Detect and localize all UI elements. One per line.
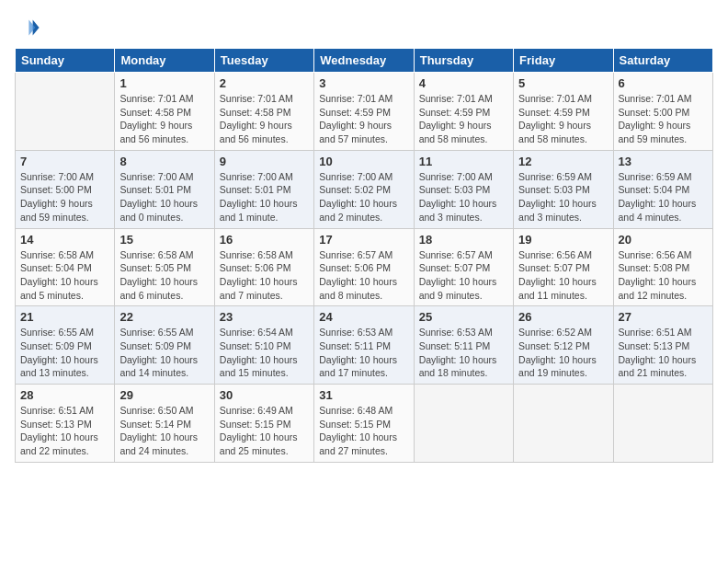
calendar-cell: 11Sunrise: 7:00 AMSunset: 5:03 PMDayligh… [414, 150, 513, 228]
day-number: 21 [20, 310, 109, 324]
calendar-cell: 28Sunrise: 6:51 AMSunset: 5:13 PMDayligh… [16, 385, 115, 463]
day-number: 22 [119, 310, 209, 324]
day-number: 15 [119, 233, 209, 247]
day-number: 7 [20, 155, 109, 168]
day-info: Sunrise: 7:01 AMSunset: 4:59 PMDaylight:… [319, 92, 408, 146]
day-info: Sunrise: 6:51 AMSunset: 5:13 PMDaylight:… [619, 326, 708, 380]
day-info: Sunrise: 6:59 AMSunset: 5:04 PMDaylight:… [619, 170, 708, 224]
day-info: Sunrise: 6:58 AMSunset: 5:06 PMDaylight:… [220, 248, 309, 303]
day-number: 16 [220, 233, 309, 247]
calendar-cell: 4Sunrise: 7:01 AMSunset: 4:59 PMDaylight… [414, 73, 513, 151]
day-number: 14 [20, 233, 109, 247]
day-number: 24 [319, 310, 408, 324]
day-number: 3 [319, 76, 408, 90]
calendar-cell: 18Sunrise: 6:57 AMSunset: 5:07 PMDayligh… [414, 228, 513, 306]
day-info: Sunrise: 6:53 AMSunset: 5:11 PMDaylight:… [319, 326, 408, 380]
day-number: 20 [619, 233, 708, 247]
calendar-cell: 9Sunrise: 7:00 AMSunset: 5:01 PMDaylight… [214, 150, 313, 228]
day-number: 25 [419, 310, 508, 324]
day-number: 10 [319, 155, 408, 168]
weekday-header-sunday: Sunday [16, 49, 115, 73]
calendar-cell: 8Sunrise: 7:00 AMSunset: 5:01 PMDaylight… [115, 150, 214, 228]
day-number: 4 [419, 76, 508, 90]
weekday-header-friday: Friday [514, 49, 613, 73]
calendar-cell: 20Sunrise: 6:56 AMSunset: 5:08 PMDayligh… [613, 228, 712, 306]
day-number: 31 [319, 388, 408, 402]
day-info: Sunrise: 6:55 AMSunset: 5:09 PMDaylight:… [119, 326, 209, 380]
calendar-cell: 24Sunrise: 6:53 AMSunset: 5:11 PMDayligh… [314, 306, 414, 385]
calendar-cell [613, 385, 712, 463]
calendar-week-5: 28Sunrise: 6:51 AMSunset: 5:13 PMDayligh… [16, 385, 713, 463]
day-number: 6 [619, 76, 708, 90]
day-number: 5 [518, 76, 608, 90]
calendar-cell [16, 73, 115, 151]
page-header [15, 15, 713, 40]
weekday-header-monday: Monday [115, 49, 214, 73]
day-info: Sunrise: 7:01 AMSunset: 4:59 PMDaylight:… [518, 92, 608, 146]
calendar-cell: 2Sunrise: 7:01 AMSunset: 4:58 PMDaylight… [214, 73, 313, 151]
day-number: 23 [220, 310, 309, 324]
calendar-week-4: 21Sunrise: 6:55 AMSunset: 5:09 PMDayligh… [16, 306, 713, 385]
calendar-week-1: 1Sunrise: 7:01 AMSunset: 4:58 PMDaylight… [16, 73, 713, 151]
day-number: 11 [419, 155, 508, 168]
calendar-week-3: 14Sunrise: 6:58 AMSunset: 5:04 PMDayligh… [16, 228, 713, 306]
day-info: Sunrise: 7:01 AMSunset: 5:00 PMDaylight:… [619, 92, 708, 146]
day-info: Sunrise: 6:51 AMSunset: 5:13 PMDaylight:… [20, 404, 109, 458]
day-number: 9 [220, 155, 309, 168]
weekday-header-tuesday: Tuesday [214, 49, 313, 73]
calendar-cell: 31Sunrise: 6:48 AMSunset: 5:15 PMDayligh… [314, 385, 414, 463]
day-info: Sunrise: 6:56 AMSunset: 5:08 PMDaylight:… [619, 248, 708, 303]
day-info: Sunrise: 6:58 AMSunset: 5:04 PMDaylight:… [20, 248, 109, 303]
day-info: Sunrise: 6:52 AMSunset: 5:12 PMDaylight:… [518, 326, 608, 380]
day-info: Sunrise: 7:00 AMSunset: 5:00 PMDaylight:… [20, 170, 109, 224]
calendar-cell: 23Sunrise: 6:54 AMSunset: 5:10 PMDayligh… [214, 306, 313, 385]
calendar-cell: 27Sunrise: 6:51 AMSunset: 5:13 PMDayligh… [613, 306, 712, 385]
day-number: 2 [220, 76, 309, 90]
day-number: 28 [20, 388, 109, 402]
weekday-header-wednesday: Wednesday [314, 49, 414, 73]
weekday-header-saturday: Saturday [613, 49, 712, 73]
weekday-header-row: SundayMondayTuesdayWednesdayThursdayFrid… [16, 49, 713, 73]
calendar-cell: 17Sunrise: 6:57 AMSunset: 5:06 PMDayligh… [314, 228, 414, 306]
day-number: 19 [518, 233, 608, 247]
calendar-cell: 12Sunrise: 6:59 AMSunset: 5:03 PMDayligh… [514, 150, 613, 228]
calendar-cell: 5Sunrise: 7:01 AMSunset: 4:59 PMDaylight… [514, 73, 613, 151]
calendar-cell: 6Sunrise: 7:01 AMSunset: 5:00 PMDaylight… [613, 73, 712, 151]
day-number: 17 [319, 233, 408, 247]
day-number: 30 [220, 388, 309, 402]
calendar-cell: 26Sunrise: 6:52 AMSunset: 5:12 PMDayligh… [514, 306, 613, 385]
day-number: 1 [119, 76, 209, 90]
day-info: Sunrise: 6:57 AMSunset: 5:06 PMDaylight:… [319, 248, 408, 303]
day-number: 8 [119, 155, 209, 168]
day-number: 26 [518, 310, 608, 324]
calendar-cell: 29Sunrise: 6:50 AMSunset: 5:14 PMDayligh… [115, 385, 214, 463]
day-number: 12 [518, 155, 608, 168]
calendar-table: SundayMondayTuesdayWednesdayThursdayFrid… [15, 48, 713, 463]
weekday-header-thursday: Thursday [414, 49, 513, 73]
logo [15, 15, 44, 40]
day-info: Sunrise: 6:50 AMSunset: 5:14 PMDaylight:… [119, 404, 209, 458]
calendar-cell [514, 385, 613, 463]
calendar-cell: 14Sunrise: 6:58 AMSunset: 5:04 PMDayligh… [16, 228, 115, 306]
calendar-week-2: 7Sunrise: 7:00 AMSunset: 5:00 PMDaylight… [16, 150, 713, 228]
day-info: Sunrise: 7:00 AMSunset: 5:01 PMDaylight:… [119, 170, 209, 224]
logo-icon [15, 15, 40, 40]
calendar-cell: 7Sunrise: 7:00 AMSunset: 5:00 PMDaylight… [16, 150, 115, 228]
day-info: Sunrise: 7:01 AMSunset: 4:58 PMDaylight:… [220, 92, 309, 146]
calendar-cell: 16Sunrise: 6:58 AMSunset: 5:06 PMDayligh… [214, 228, 313, 306]
day-info: Sunrise: 6:58 AMSunset: 5:05 PMDaylight:… [119, 248, 209, 303]
day-info: Sunrise: 7:00 AMSunset: 5:02 PMDaylight:… [319, 170, 408, 224]
calendar-cell: 21Sunrise: 6:55 AMSunset: 5:09 PMDayligh… [16, 306, 115, 385]
day-number: 13 [619, 155, 708, 168]
day-number: 29 [119, 388, 209, 402]
day-info: Sunrise: 6:56 AMSunset: 5:07 PMDaylight:… [518, 248, 608, 303]
day-info: Sunrise: 6:49 AMSunset: 5:15 PMDaylight:… [220, 404, 309, 458]
day-info: Sunrise: 7:00 AMSunset: 5:03 PMDaylight:… [419, 170, 508, 224]
calendar-cell: 30Sunrise: 6:49 AMSunset: 5:15 PMDayligh… [214, 385, 313, 463]
day-info: Sunrise: 7:01 AMSunset: 4:58 PMDaylight:… [119, 92, 209, 146]
day-info: Sunrise: 6:48 AMSunset: 5:15 PMDaylight:… [319, 404, 408, 458]
day-info: Sunrise: 7:01 AMSunset: 4:59 PMDaylight:… [419, 92, 508, 146]
calendar-cell: 3Sunrise: 7:01 AMSunset: 4:59 PMDaylight… [314, 73, 414, 151]
day-info: Sunrise: 6:59 AMSunset: 5:03 PMDaylight:… [518, 170, 608, 224]
calendar-cell: 1Sunrise: 7:01 AMSunset: 4:58 PMDaylight… [115, 73, 214, 151]
